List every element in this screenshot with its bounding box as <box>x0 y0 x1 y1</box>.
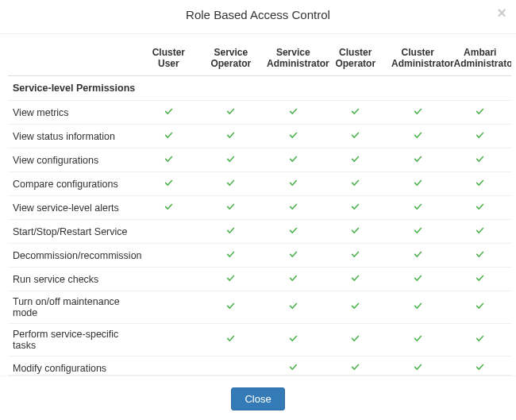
check-icon <box>413 202 423 212</box>
permission-label: View service-level alerts <box>8 196 137 220</box>
permission-cell <box>325 244 387 268</box>
check-icon <box>413 301 423 311</box>
permission-label: Perform service-specific tasks <box>8 324 137 356</box>
table-row: Perform service-specific tasks <box>8 324 511 356</box>
permission-cell <box>137 268 199 291</box>
check-icon <box>475 154 485 164</box>
permission-cell <box>387 268 449 291</box>
permission-cell <box>387 172 449 196</box>
permission-cell <box>387 220 449 244</box>
permission-label: View configurations <box>8 148 137 172</box>
permission-cell <box>325 196 387 220</box>
table-row: View service-level alerts <box>8 196 511 220</box>
rbac-modal: Role Based Access Control × Cluster User… <box>0 0 516 420</box>
check-icon <box>225 154 236 164</box>
check-icon <box>350 130 360 141</box>
check-icon <box>288 202 298 212</box>
modal-title: Role Based Access Control <box>186 8 330 21</box>
table-scroll[interactable]: Cluster User Service Operator Service Ad… <box>8 40 511 376</box>
check-icon <box>288 362 298 372</box>
permission-cell <box>449 196 512 220</box>
check-icon <box>475 225 485 236</box>
permission-cell <box>449 244 512 268</box>
table-row: Compare configurations <box>8 172 511 196</box>
check-icon <box>350 362 360 372</box>
check-icon <box>288 301 298 311</box>
permission-cell <box>449 101 512 125</box>
permission-cell <box>387 291 449 324</box>
permission-cell <box>137 324 199 356</box>
permission-cell <box>449 291 512 324</box>
check-icon <box>288 333 298 344</box>
column-header: Service Operator <box>200 40 262 76</box>
check-icon <box>164 154 174 164</box>
close-button[interactable]: Close <box>231 387 284 410</box>
check-icon <box>413 333 423 344</box>
close-icon[interactable]: × <box>497 5 506 21</box>
permission-cell <box>200 196 262 220</box>
check-icon <box>350 301 360 311</box>
check-icon <box>413 130 423 141</box>
table-row: Start/Stop/Restart Service <box>8 220 511 244</box>
permission-cell <box>325 356 387 376</box>
check-icon <box>475 130 485 141</box>
permission-cell <box>200 220 262 244</box>
permission-cell <box>325 268 387 291</box>
permission-cell <box>325 324 387 356</box>
permission-cell <box>449 356 512 376</box>
section-header-label: Service-level Permissions <box>8 76 511 101</box>
permission-cell <box>387 324 449 356</box>
permission-cell <box>387 356 449 376</box>
check-icon <box>225 178 236 188</box>
check-icon <box>225 301 236 311</box>
permission-cell <box>449 172 512 196</box>
permission-cell <box>262 196 324 220</box>
permission-cell <box>200 125 262 148</box>
permission-cell <box>262 172 324 196</box>
check-icon <box>288 130 298 141</box>
check-icon <box>225 249 236 260</box>
permission-cell <box>262 148 324 172</box>
modal-body: Cluster User Service Operator Service Ad… <box>0 34 516 376</box>
permission-cell <box>137 172 199 196</box>
permission-label: Start/Stop/Restart Service <box>8 220 137 244</box>
column-header: Ambari Administrator <box>449 40 512 76</box>
permission-label: Run service checks <box>8 268 137 291</box>
check-icon <box>413 178 423 188</box>
column-header: Cluster User <box>137 40 199 76</box>
permission-cell <box>387 148 449 172</box>
modal-footer: Close <box>0 376 516 420</box>
check-icon <box>288 178 298 188</box>
check-icon <box>288 154 298 164</box>
permission-cell <box>325 220 387 244</box>
table-row: Decommission/recommission <box>8 244 511 268</box>
check-icon <box>350 225 360 236</box>
permission-cell <box>262 324 324 356</box>
check-icon <box>164 202 174 212</box>
permission-label: View metrics <box>8 101 137 125</box>
permissions-table: Cluster User Service Operator Service Ad… <box>8 40 511 376</box>
check-icon <box>413 154 423 164</box>
permission-cell <box>200 356 262 376</box>
check-icon <box>413 106 423 117</box>
check-icon <box>350 178 360 188</box>
permission-cell <box>262 125 324 148</box>
permission-cell <box>137 291 199 324</box>
check-icon <box>475 273 485 283</box>
table-row: Run service checks <box>8 268 511 291</box>
check-icon <box>475 249 485 260</box>
permission-cell <box>200 148 262 172</box>
permission-cell <box>262 220 324 244</box>
column-header-permission <box>8 40 137 76</box>
table-header-row: Cluster User Service Operator Service Ad… <box>8 40 511 76</box>
permission-cell <box>262 244 324 268</box>
check-icon <box>288 249 298 260</box>
permission-label: Modify configurations <box>8 356 137 376</box>
permission-cell <box>325 172 387 196</box>
check-icon <box>164 130 174 141</box>
check-icon <box>350 333 360 344</box>
permission-cell <box>200 268 262 291</box>
check-icon <box>225 106 236 117</box>
permission-cell <box>137 148 199 172</box>
check-icon <box>475 106 485 117</box>
